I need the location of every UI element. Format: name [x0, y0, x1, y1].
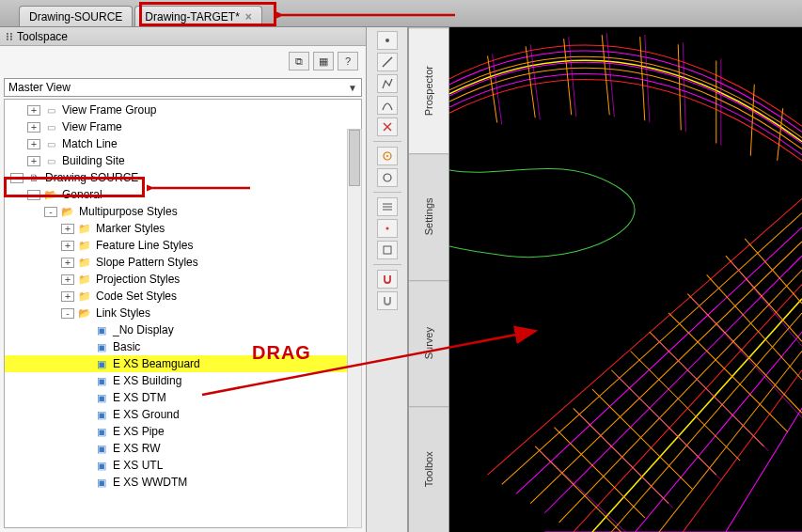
- expand-icon[interactable]: +: [27, 139, 40, 149]
- svg-line-24: [569, 37, 576, 117]
- view-selector[interactable]: Master View ▼: [4, 78, 362, 97]
- separator: [373, 192, 401, 193]
- drawing-canvas[interactable]: [449, 27, 802, 532]
- close-icon[interactable]: ×: [245, 8, 252, 26]
- tree-item[interactable]: E XS DTM: [5, 389, 361, 406]
- folder-icon: [77, 289, 92, 303]
- expand-icon[interactable]: +: [61, 258, 74, 268]
- tree-item[interactable]: +Slope Pattern Styles: [5, 254, 361, 271]
- main-area: ⁝⁝ Toolspace ⧉ ▦ ? Master View ▼ +View F…: [0, 26, 802, 532]
- collapse-icon[interactable]: -: [61, 308, 74, 319]
- scrollbar-thumb[interactable]: [349, 130, 360, 186]
- style-icon: [94, 459, 109, 472]
- tab-target[interactable]: Drawing-TARGET* ×: [134, 6, 261, 26]
- sidetab-prospector[interactable]: Prospector: [409, 27, 448, 153]
- tree-item-label: Basic: [113, 340, 140, 353]
- vtool-line[interactable]: [377, 53, 398, 71]
- vtool-cross[interactable]: [377, 117, 398, 136]
- prospector-tree[interactable]: +View Frame Group+View Frame+Match Line+…: [4, 99, 362, 528]
- tree-item[interactable]: -Link Styles: [5, 305, 361, 321]
- tree-item[interactable]: E XS UTL: [5, 457, 361, 474]
- svg-point-1: [385, 39, 389, 42]
- folder-icon: [77, 222, 92, 235]
- folderopen-icon: [77, 306, 92, 320]
- file-icon: [26, 171, 41, 184]
- vtool-target[interactable]: [377, 147, 398, 165]
- svg-line-18: [678, 44, 681, 130]
- scrollbar[interactable]: [347, 129, 362, 528]
- tree-item-label: E XS Building: [113, 374, 181, 387]
- tree-item-label: View Frame: [62, 120, 122, 133]
- tree-item[interactable]: +Feature Line Styles: [5, 237, 361, 254]
- vtool-circle[interactable]: [377, 168, 398, 187]
- tree-item[interactable]: E XS Pipe: [5, 423, 361, 440]
- tree-item[interactable]: E XS Building: [5, 372, 361, 389]
- panel-btn-2[interactable]: ▦: [313, 52, 334, 70]
- tree-item[interactable]: -Multipurpose Styles: [5, 203, 361, 220]
- vtool-snap[interactable]: [377, 291, 398, 310]
- tree-item[interactable]: -General: [5, 186, 361, 203]
- expand-icon[interactable]: +: [61, 241, 74, 251]
- tree-item[interactable]: E XS WWDTM: [5, 474, 361, 491]
- sidetab-toolbox[interactable]: Toolbox: [409, 406, 448, 532]
- side-tabs: Prospector Settings Survey Toolbox: [408, 27, 449, 532]
- svg-line-20: [750, 85, 754, 156]
- sidetab-survey[interactable]: Survey: [409, 280, 448, 406]
- panel-btn-1[interactable]: ⧉: [289, 52, 309, 70]
- grp-icon: [43, 154, 58, 167]
- chevron-down-icon: ▼: [348, 83, 357, 93]
- tree-item-label: E XS Ground: [113, 408, 180, 421]
- cad-drawing: [449, 27, 802, 532]
- collapse-icon[interactable]: -: [44, 207, 57, 217]
- vtool-polyline[interactable]: [377, 74, 398, 93]
- tree-item[interactable]: +View Frame Group: [5, 102, 361, 118]
- vtool-box[interactable]: [377, 241, 398, 259]
- collapse-icon[interactable]: -: [27, 190, 40, 200]
- tree-item-label: E XS Beamguard: [113, 357, 200, 370]
- expand-icon[interactable]: +: [27, 156, 40, 166]
- tree-item[interactable]: +View Frame: [5, 118, 361, 135]
- tree-item[interactable]: -Drawing-SOURCE: [5, 169, 361, 186]
- separator: [373, 141, 401, 142]
- help-button[interactable]: ?: [338, 52, 358, 70]
- tree-item[interactable]: _No Display: [5, 321, 361, 338]
- vtool-magnet[interactable]: [377, 270, 398, 289]
- tree-item[interactable]: +Marker Styles: [5, 220, 361, 237]
- folderopen-icon: [43, 188, 58, 201]
- tree-item[interactable]: E XS Ground: [5, 406, 361, 423]
- tree-item[interactable]: +Match Line: [5, 135, 361, 152]
- collapse-icon[interactable]: -: [10, 173, 24, 183]
- expand-icon[interactable]: +: [61, 224, 74, 234]
- grp-icon: [43, 103, 58, 117]
- tree-item-label: Building Site: [62, 154, 125, 167]
- tree-item-label: _No Display: [113, 323, 174, 336]
- tree-item[interactable]: +Projection Styles: [5, 271, 361, 288]
- tree-item[interactable]: +Building Site: [5, 152, 361, 169]
- tab-source[interactable]: Drawing-SOURCE: [19, 6, 133, 26]
- svg-line-17: [640, 37, 645, 120]
- expand-icon[interactable]: +: [27, 122, 40, 133]
- svg-point-7: [384, 174, 391, 181]
- svg-line-43: [616, 375, 720, 479]
- tree-item-label: Projection Styles: [96, 273, 180, 286]
- tab-label: Drawing-SOURCE: [29, 8, 122, 26]
- vtool-hatch[interactable]: [377, 197, 398, 216]
- toolspace-panel: ⁝⁝ Toolspace ⧉ ▦ ? Master View ▼ +View F…: [0, 27, 367, 532]
- tree-item[interactable]: Basic: [5, 338, 361, 355]
- tree-item[interactable]: +Code Set Styles: [5, 288, 361, 305]
- tree-item-label: Multipurpose Styles: [79, 205, 178, 218]
- grip-icon: ⁝⁝: [6, 30, 13, 43]
- tree-item[interactable]: E XS RW: [5, 440, 361, 457]
- sidetab-settings[interactable]: Settings: [409, 153, 448, 279]
- vtool-point[interactable]: [377, 31, 398, 50]
- tree-item-label: Match Line: [62, 137, 118, 150]
- tree-item-label: Code Set Styles: [96, 289, 177, 303]
- expand-icon[interactable]: +: [61, 274, 74, 285]
- tree-item[interactable]: E XS Beamguard: [5, 355, 361, 372]
- expand-icon[interactable]: +: [61, 291, 74, 302]
- vtool-smallpoint[interactable]: [377, 219, 398, 238]
- style-icon: [94, 323, 109, 336]
- folder-icon: [77, 239, 92, 252]
- vtool-arc[interactable]: [377, 96, 398, 115]
- expand-icon[interactable]: +: [27, 105, 40, 116]
